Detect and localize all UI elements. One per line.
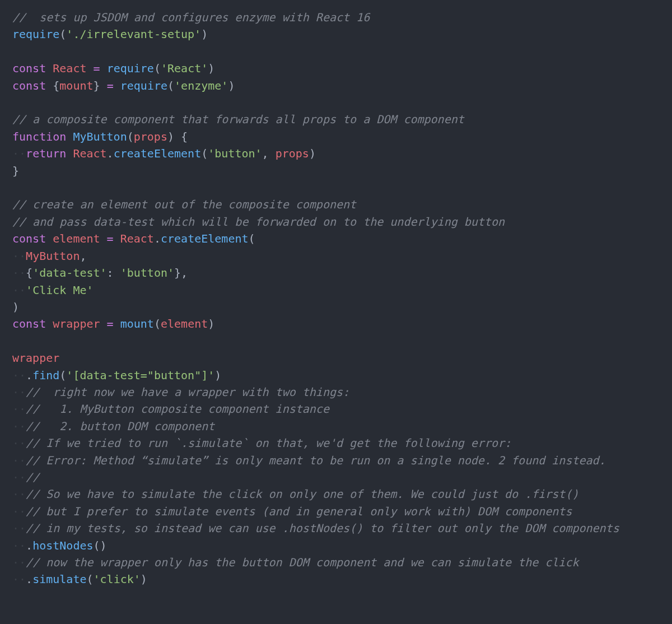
code-token: // create an element out of the composit… [12,198,356,211]
code-token: ( [167,79,174,92]
code-token: { [26,266,32,280]
code-token: } [12,164,19,178]
code-token: wrapper [12,351,59,365]
code-line: ··// 2. button DOM component [12,420,214,433]
code-line: // create an element out of the composit… [12,198,356,211]
code-token: mount [59,79,93,92]
code-token [66,130,73,143]
code-token: const [12,232,46,245]
code-token: 'enzyme' [174,79,228,92]
code-token: . [26,539,32,552]
code-token: ·· [12,369,26,382]
code-token [66,147,73,160]
code-token: hostNodes [32,539,93,552]
code-line: ··.find('[data-test="button"]') [12,369,221,382]
code-line: ··// [12,471,39,484]
code-token: ·· [12,283,26,297]
code-token: , [262,147,276,160]
code-token: ( [249,232,255,245]
code-token: '[data-test="button"]' [66,369,214,382]
code-token: ·· [12,505,26,518]
code-token: const [12,79,46,92]
code-line: } [12,164,19,178]
code-token: find [32,369,59,382]
code-line: const React = require('React') [12,62,214,75]
code-token: }, [174,266,188,280]
code-token [46,317,53,330]
code-token: ·· [12,436,26,450]
code-token: // 2. button DOM component [26,420,214,433]
code-token: mount [120,317,154,330]
code-token: ·· [12,147,26,160]
code-token [100,317,107,330]
code-token: ( [154,317,161,330]
code-token [114,79,120,92]
code-token: , [80,249,86,263]
code-token: . [26,369,32,382]
code-token: React [73,147,106,160]
code-token [46,62,53,75]
code-token: require [107,62,154,75]
code-token: // Error: Method “simulate” is only mean… [26,454,606,467]
code-line: ··// in my tests, so instead we can use … [12,521,619,535]
code-token: // and pass data-test which will be forw… [12,215,505,229]
code-line: // sets up JSDOM and configures enzyme w… [12,11,370,24]
code-token: MyButton [73,130,127,143]
code-token: props [276,147,309,160]
code-token: ( [154,62,161,75]
code-line: ··.hostNodes() [12,539,107,552]
code-token [114,317,120,330]
code-token: () [94,539,107,552]
code-line: // and pass data-test which will be forw… [12,215,505,229]
code-token: require [120,79,167,92]
code-line: ··.simulate('click') [12,572,147,586]
code-token: // a composite component that forwards a… [12,113,464,126]
code-token: ·· [12,572,26,586]
code-token: ) [201,27,208,41]
code-token: ·· [12,539,26,552]
code-token: // So we have to simulate the click on o… [26,487,578,501]
code-line: ··{'data-test': 'button'}, [12,266,188,280]
code-token: ·· [12,266,26,280]
code-token: createElement [114,147,202,160]
code-line: ··'Click Me' [12,283,94,297]
code-token: { [46,79,59,92]
code-token: 'button' [120,266,174,280]
code-token: element [161,317,208,330]
code-token: props [134,130,167,143]
code-token: . [26,572,32,586]
code-line: ··// right now we have a wrapper with tw… [12,385,349,399]
code-token: ( [59,27,66,41]
code-token: ·· [12,249,26,263]
code-token [46,232,53,245]
code-token: . [154,232,161,245]
code-token: 'click' [94,572,141,586]
code-token: = [107,79,114,92]
code-token: ) [141,572,147,586]
code-line: ··// 1. MyButton composite component ins… [12,402,329,416]
code-token: return [26,147,66,160]
code-token: // but I prefer to simulate events (and … [26,505,572,518]
code-line: wrapper [12,351,59,365]
code-token: ) [309,147,316,160]
code-token: // now the wrapper only has the button D… [26,556,578,569]
code-token: ·· [12,402,26,416]
code-line: ) [12,300,19,314]
code-token: ·· [12,487,26,501]
code-line: const element = React.createElement( [12,232,255,245]
code-token: require [12,27,59,41]
code-line: // a composite component that forwards a… [12,113,464,126]
code-token: ( [86,572,93,586]
code-token: wrapper [53,317,100,330]
code-token: ) [214,369,221,382]
code-token: 'Click Me' [26,283,93,297]
code-token: const [12,62,46,75]
code-token: ( [59,369,66,382]
code-token: ( [127,130,134,143]
code-token: ) [208,317,214,330]
code-line: const {mount} = require('enzyme') [12,79,235,92]
code-token: // right now we have a wrapper with two … [26,385,349,399]
code-token: React [53,62,86,75]
code-token: = [107,232,114,245]
code-token: ) { [167,130,188,143]
